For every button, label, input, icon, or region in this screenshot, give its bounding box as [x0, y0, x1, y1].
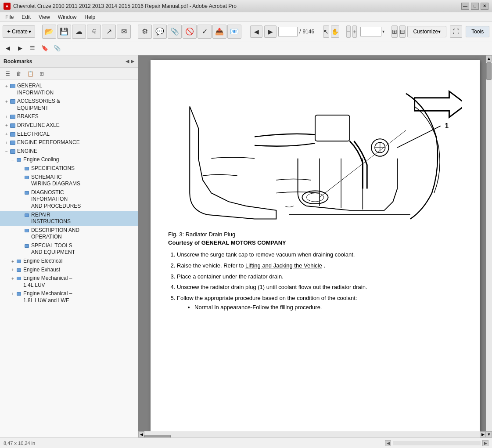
- menu-bar: File Edit View Window Help: [0, 12, 492, 22]
- horizontal-scrollbar: ◀ ▶: [138, 431, 486, 437]
- tree-item-engine[interactable]: − ENGINE: [0, 147, 138, 156]
- check-button[interactable]: ✓: [198, 25, 212, 39]
- comment-icon-btn[interactable]: 💬: [153, 25, 167, 39]
- label-engine-mech-2: Engine Mechanical –1.8L LUW and LWE: [23, 290, 72, 304]
- label-specifications: SPECIFICATIONS: [31, 165, 75, 172]
- toggle-engine-cooling[interactable]: −: [10, 157, 16, 163]
- window-controls[interactable]: — □ ✕: [461, 3, 488, 10]
- status-scroll-right[interactable]: ▶: [482, 440, 488, 446]
- settings-button[interactable]: ⚙: [138, 25, 152, 39]
- toggle-accessories[interactable]: +: [4, 98, 10, 105]
- hand-tool-button[interactable]: ✋: [331, 25, 339, 38]
- tree-item-engine-cooling[interactable]: − Engine Cooling: [0, 155, 138, 164]
- share-button[interactable]: 📧: [227, 25, 241, 39]
- tree-item-repair-instr[interactable]: + REPAIRINSTRUCTIONS: [0, 211, 138, 226]
- icon-driveline: [10, 123, 16, 129]
- scroll-right-button[interactable]: ▶: [480, 431, 486, 437]
- bookmarks-nav-forward[interactable]: ▶: [131, 58, 134, 64]
- tree-item-description[interactable]: + DESCRIPTION ANDOPERATION: [0, 226, 138, 242]
- bkt-menu[interactable]: ☰: [3, 69, 12, 78]
- pdf-viewer: ▲ ▼ 1: [138, 55, 492, 437]
- bkt-expand[interactable]: ⊞: [37, 69, 47, 78]
- menu-view[interactable]: View: [35, 13, 54, 21]
- print-button[interactable]: 🖨: [87, 25, 101, 39]
- tree-item-engine-exhaust[interactable]: + Engine Exhaust: [0, 266, 138, 275]
- tree-item-accessories[interactable]: + ACCESSORIES &EQUIPMENT: [0, 97, 138, 112]
- toggle-engine-perf[interactable]: +: [4, 140, 10, 146]
- tree-item-special-tools[interactable]: + SPECIAL TOOLSAND EQUIPMENT: [0, 242, 138, 257]
- icon-gen-info: [10, 83, 16, 89]
- attachment-icon[interactable]: 📎: [52, 43, 62, 54]
- tree-item-electrical[interactable]: + ELECTRICAL: [0, 130, 138, 139]
- menu-help[interactable]: Help: [81, 13, 99, 21]
- toggle-engine-mech-2[interactable]: +: [10, 291, 16, 297]
- bookmark-icon[interactable]: 🔖: [40, 43, 50, 54]
- tree-item-driveline[interactable]: + DRIVELINE AXLE: [0, 121, 138, 130]
- icon-description: [24, 228, 30, 234]
- tree-item-engine-electrical[interactable]: + Engine Electrical: [0, 257, 138, 266]
- email-button[interactable]: ✉: [117, 25, 131, 39]
- toggle-gen-info[interactable]: +: [4, 83, 10, 89]
- prev-page-button[interactable]: ◀: [250, 25, 262, 38]
- expand-button[interactable]: ⛶: [450, 25, 462, 38]
- tree-item-diagnostic[interactable]: + DIAGNOSTICINFORMATIONAND PROCEDURES: [0, 188, 138, 211]
- bkt-new[interactable]: 📋: [25, 69, 35, 78]
- close-button[interactable]: ✕: [481, 3, 488, 10]
- scroll-left-button[interactable]: ◀: [138, 431, 144, 437]
- tree-item-engine-perf[interactable]: + ENGINE PERFORMANCE: [0, 138, 138, 147]
- zoom-out-button[interactable]: −: [346, 25, 351, 38]
- toggle-engine[interactable]: −: [4, 148, 10, 155]
- bkt-delete[interactable]: 🗑: [14, 69, 24, 78]
- save-button[interactable]: 💾: [57, 25, 71, 39]
- menu-window[interactable]: Window: [54, 13, 80, 21]
- scroll-down-button[interactable]: ▼: [486, 431, 492, 437]
- toolbar-nav-group: 📂 💾 ☁ 🖨 ↗ ✉: [42, 25, 131, 39]
- customize-button[interactable]: Customize ▾: [407, 26, 446, 37]
- page-number-input[interactable]: 4778: [278, 27, 298, 36]
- tree-item-brakes[interactable]: + BRAKES: [0, 112, 138, 121]
- status-scroll-left[interactable]: ◀: [385, 440, 391, 446]
- page-forward-button[interactable]: ↗: [102, 25, 116, 39]
- zoom-dropdown-icon[interactable]: ▾: [382, 29, 384, 34]
- lifting-link[interactable]: Lifting and Jacking the Vehicle: [245, 262, 322, 269]
- bookmarks-nav-back[interactable]: ◀: [126, 58, 129, 64]
- tree-item-engine-mech-1[interactable]: + Engine Mechanical –1.4L LUV: [0, 274, 138, 289]
- toggle-electrical[interactable]: +: [4, 131, 10, 137]
- scrollbar-thumb[interactable]: [486, 62, 492, 80]
- cursor-tool-button[interactable]: ↖: [323, 25, 329, 38]
- fit-width-button[interactable]: ⊞: [391, 25, 398, 38]
- minimize-button[interactable]: —: [461, 3, 469, 10]
- toggle-driveline[interactable]: +: [4, 123, 10, 129]
- upload-button[interactable]: ☁: [72, 25, 86, 39]
- zoom-input[interactable]: 100%: [360, 27, 381, 36]
- menu-file[interactable]: File: [2, 13, 17, 21]
- fit-page-button[interactable]: ⊟: [399, 25, 406, 38]
- scroll-up-button[interactable]: ▲: [486, 55, 492, 61]
- customize-label: Customize: [413, 29, 438, 35]
- next-page-button[interactable]: ▶: [264, 25, 277, 38]
- toggle-engine-mech-1[interactable]: +: [10, 275, 16, 282]
- reject-button[interactable]: 🚫: [183, 25, 197, 39]
- forward-button[interactable]: ▶: [15, 43, 25, 54]
- tree-item-specifications[interactable]: + SPECIFICATIONS: [0, 164, 138, 173]
- figure-credit: Courtesy of GENERAL MOTORS COMPANY: [168, 239, 462, 246]
- open-button[interactable]: 📂: [42, 25, 56, 39]
- tree-item-gen-info[interactable]: + GENERALINFORMATION: [0, 82, 138, 97]
- toggle-brakes[interactable]: +: [4, 114, 10, 120]
- h-scrollbar-thumb[interactable]: [144, 435, 171, 437]
- tools-button[interactable]: Tools: [466, 26, 489, 37]
- create-button[interactable]: ✦ Create ▾: [3, 25, 35, 38]
- zoom-in-button[interactable]: +: [352, 25, 357, 38]
- status-bar: 8,47 x 10,24 in ◀ ▶: [0, 437, 492, 448]
- menu-icon[interactable]: ☰: [27, 43, 38, 54]
- back-button[interactable]: ◀: [3, 43, 13, 54]
- maximize-button[interactable]: □: [471, 3, 479, 10]
- toggle-engine-electrical[interactable]: +: [10, 258, 16, 264]
- menu-edit[interactable]: Edit: [18, 13, 34, 21]
- tree-item-engine-mech-2[interactable]: + Engine Mechanical –1.8L LUW and LWE: [0, 289, 138, 305]
- tools-label: Tools: [471, 29, 484, 35]
- export-button[interactable]: 📤: [212, 25, 226, 39]
- toggle-engine-exhaust[interactable]: +: [10, 267, 16, 273]
- tree-item-schematic[interactable]: + SCHEMATICWIRING DIAGRAMS: [0, 173, 138, 188]
- attach-button[interactable]: 📎: [168, 25, 182, 39]
